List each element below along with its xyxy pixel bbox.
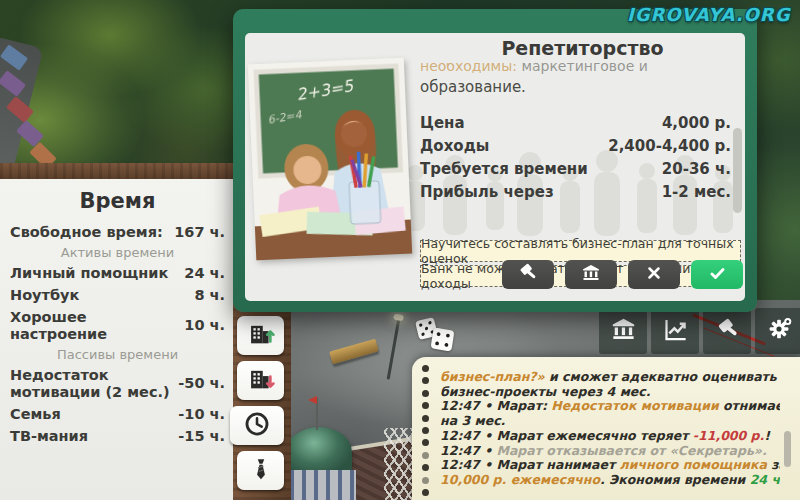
building-down-icon (247, 365, 275, 397)
time-row-label: Хорошее настроение (10, 309, 172, 343)
time-row-value: -10 ч. (178, 406, 225, 423)
stat-value: 1-2 мес. (662, 183, 731, 201)
sidebar-button-career[interactable] (237, 451, 284, 490)
time-row: Семья-10 ч. (10, 403, 225, 425)
time-row: Ноутбук8 ч. (10, 284, 225, 306)
time-section-header: Пассивы времени (10, 345, 225, 364)
time-row: ТВ-мания-15 ч. (10, 425, 225, 447)
time-row-label: Недостаток мотивации (2 мес.) (10, 367, 172, 401)
dialog-scrollbar-thumb[interactable] (733, 128, 742, 213)
auction-toolbar-button[interactable] (703, 308, 751, 354)
stat-row: Прибыль через1-2 мес. (420, 180, 731, 203)
log-line: бизнес-проекты через 4 мес. (440, 385, 780, 400)
dialog-content: Репетиторство 2+3=5 6-2=4 (245, 33, 745, 301)
time-row-label: ТВ-мания (10, 428, 88, 445)
building-up-icon (247, 320, 275, 352)
tie-icon (248, 456, 274, 486)
time-row-label: Ноутбук (10, 287, 79, 304)
cancel-button[interactable] (628, 260, 680, 289)
log-line: 10,000 р. ежемесячно. Экономия времени 2… (440, 473, 780, 488)
time-row: Свободное время:167 ч. (10, 221, 225, 243)
sidebar-button-time[interactable] (230, 406, 284, 445)
sidebar-button-business-income[interactable] (237, 316, 284, 355)
time-row-value: -15 ч. (178, 428, 225, 445)
time-row: Недостаток мотивации (2 мес.)-50 ч. (10, 364, 225, 403)
gear-icon (765, 315, 793, 347)
time-row-value: 167 ч. (174, 224, 225, 241)
log-line: 12:47 • Марат нанимает личного помощника… (440, 458, 780, 473)
time-panel-rows: Свободное время:167 ч.Активы времениЛичн… (10, 221, 225, 447)
time-row-label: Семья (10, 406, 61, 423)
log-line: на 3 мес. (440, 414, 780, 429)
dialog-stats: Цена4,000 р.Доходы2,400-4,400 р.Требуетс… (420, 111, 731, 203)
binding-hole (422, 390, 429, 397)
sidebar-button-business-expense[interactable] (237, 361, 284, 400)
time-panel-title: Время (10, 189, 225, 213)
stat-value: 20-36 ч. (662, 160, 731, 178)
time-section-header: Активы времени (10, 243, 225, 262)
requirements-line2: образование. (420, 78, 731, 96)
stat-row: Цена4,000 р. (420, 111, 731, 134)
stat-label: Требуется времени (420, 160, 588, 178)
time-row-value: 10 ч. (184, 317, 225, 334)
stat-row: Требуется времени20-36 ч. (420, 157, 731, 180)
bank-toolbar-button[interactable] (599, 308, 647, 354)
settings-toolbar-button[interactable] (755, 308, 800, 354)
time-row: Хорошее настроение10 ч. (10, 306, 225, 345)
log-scrollbar-thumb[interactable] (784, 431, 791, 467)
notice-business-plan: Научитесь составлять бизнес-план для точ… (420, 240, 741, 262)
log-line: бизнес-план?» и сможет адекватно оценива… (440, 370, 780, 385)
binding-hole (422, 427, 429, 434)
game-stage: Время Свободное время:167 ч.Активы време… (0, 0, 800, 500)
time-row-label: Свободное время: (10, 224, 163, 241)
stat-row: Доходы2,400-4,400 р. (420, 134, 731, 157)
stats-toolbar-button[interactable] (651, 308, 699, 354)
chart-icon (662, 316, 689, 347)
binding-hole (422, 415, 429, 422)
event-log-panel[interactable]: бизнес-план?» и сможет адекватно оценива… (412, 357, 800, 500)
stat-label: Доходы (420, 137, 489, 155)
stat-value: 4,000 р. (662, 114, 731, 132)
log-line: 12:47 • Марат: Недостаток мотивации отни… (440, 399, 780, 414)
dialog-title: Репетиторство (420, 37, 745, 59)
notebook-binding-holes (422, 365, 432, 496)
requirements-highlight: необходимы: (420, 63, 517, 74)
close-icon (645, 264, 663, 285)
business-dialog: Репетиторство 2+3=5 6-2=4 (233, 9, 757, 312)
time-panel: Время Свободное время:167 ч.Активы време… (0, 179, 233, 500)
binding-hole (422, 365, 429, 372)
bank-icon (581, 263, 601, 286)
log-line: 12:47 • Марат ежемесячно теряет -11,000 … (440, 429, 780, 444)
time-row-value: -50 ч. (178, 375, 225, 392)
stat-label: Прибыль через (420, 183, 554, 201)
time-row-value: 24 ч. (184, 265, 225, 282)
log-line: 12:47 • Марат отказывается от «Секретарь… (440, 444, 780, 459)
check-icon (708, 264, 727, 286)
time-row-label: Личный помощник (10, 265, 168, 282)
wood-frame-horizontal (0, 163, 233, 179)
time-row: Личный помощник24 ч. (10, 262, 225, 284)
bargain-button[interactable] (502, 260, 554, 289)
binding-hole (422, 402, 429, 409)
hammer-icon (714, 316, 741, 347)
roll-dice-button[interactable] (416, 315, 464, 361)
binding-hole (422, 489, 429, 496)
clock-icon (243, 410, 271, 442)
tutoring-illustration: 2+3=5 6-2=4 (248, 58, 412, 261)
stat-label: Цена (420, 114, 465, 132)
gavel-icon (517, 262, 539, 287)
binding-hole (422, 377, 429, 384)
binding-hole (422, 452, 429, 459)
die-icon (430, 327, 454, 351)
site-watermark: IGROVAYA.ORG (627, 4, 790, 25)
bank-credit-button[interactable] (565, 260, 617, 289)
binding-hole (422, 477, 429, 484)
requirements-scrolled-text: необходимы: маркетинговое и гуманитарное (420, 63, 731, 76)
confirm-button[interactable] (691, 260, 743, 289)
dome-building-base (282, 470, 356, 500)
dialog-buttons (502, 260, 743, 289)
time-row-value: 8 ч. (194, 287, 225, 304)
bank-icon (610, 316, 637, 347)
event-log-lines: бизнес-план?» и сможет адекватно оценива… (440, 370, 780, 488)
binding-hole (422, 464, 429, 471)
